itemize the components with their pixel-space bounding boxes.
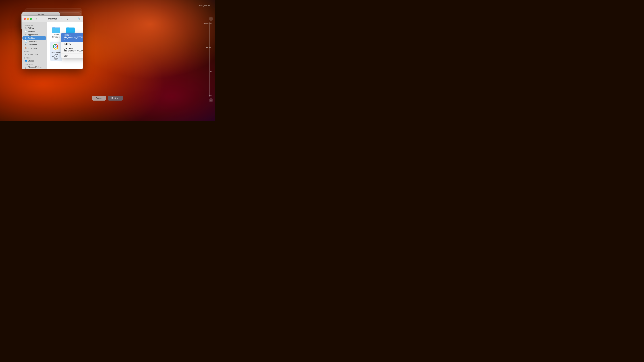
finder-content: photos November bbox=[47, 22, 83, 69]
airdrop-icon: ◎ bbox=[24, 27, 27, 29]
maximize-button[interactable] bbox=[30, 18, 32, 20]
sidebar-item-shared[interactable]: 👥 Shared bbox=[22, 59, 46, 62]
search-btn[interactable]: 🔍 bbox=[77, 17, 81, 21]
finder-window-main: ‹ › Desktop ⊞ ⊟ ↑ ◇ ⋯ 🔍 Favorites ◎ AirD… bbox=[22, 15, 83, 69]
file-label-photos-november: photos November bbox=[51, 34, 61, 38]
folder-icon-testdisk bbox=[66, 26, 75, 33]
shared-icon: 👥 bbox=[24, 60, 27, 62]
downloads-icon: ⬇ bbox=[24, 43, 27, 46]
webm-file-icon bbox=[52, 42, 60, 51]
alex-mac-icon: 🖥 bbox=[24, 67, 27, 69]
titlebar: ‹ › Desktop ⊞ ⊟ ↑ ◇ ⋯ 🔍 bbox=[22, 15, 83, 22]
more-btn[interactable]: ⋯ bbox=[71, 17, 76, 21]
timeline-label-jan: January 2023 bbox=[203, 22, 212, 24]
sidebar-item-desktop[interactable]: 🖥 Desktop bbox=[22, 36, 46, 40]
documents-icon: 📄 bbox=[24, 40, 27, 42]
context-menu-item-restore[interactable]: Restore "file_example_WEBM_1920_3_7MB.we… bbox=[61, 33, 83, 42]
sidebar-label-applications: Applications bbox=[28, 34, 38, 36]
share-btn[interactable]: ↑ bbox=[60, 17, 64, 21]
forward-button[interactable]: › bbox=[39, 17, 43, 21]
nav-controls: ‹ › bbox=[34, 17, 43, 21]
sidebar-label-airdrop: AirDrop bbox=[28, 27, 34, 29]
applications-icon: A bbox=[24, 33, 27, 36]
sidebar-item-icloud-drive[interactable]: ☁ iCloud Drive bbox=[22, 53, 46, 56]
context-menu-separator bbox=[61, 53, 83, 53]
sidebar-item-documents[interactable]: 📄 Documents bbox=[22, 40, 46, 43]
recents-icon: 🕐 bbox=[24, 30, 27, 32]
sidebar-label-shared: Shared bbox=[28, 60, 34, 62]
notification-area: Today, 7:07 AM bbox=[200, 5, 210, 7]
quick-look-label: Quick Look "file_example_WEBM_1920_3_7MB… bbox=[64, 47, 83, 52]
timeline-content: January 2023 February Today Now bbox=[203, 22, 213, 96]
sidebar: Favorites ◎ AirDrop 🕐 Recents A Applicat… bbox=[22, 22, 47, 69]
svg-point-10 bbox=[55, 46, 56, 47]
sidebar-label-desktop: Desktop bbox=[28, 37, 35, 39]
timeline-up-button[interactable]: ⌃ bbox=[209, 17, 213, 21]
sidebar-label-documents: Documents bbox=[28, 40, 38, 42]
ghost-title: Desktop bbox=[38, 13, 44, 15]
timeline-label-feb: February bbox=[206, 46, 212, 48]
close-button[interactable] bbox=[24, 18, 26, 20]
svg-rect-5 bbox=[66, 28, 75, 33]
sidebar-section-locations: Locations bbox=[22, 62, 47, 65]
sidebar-section-shared: Shared bbox=[22, 56, 47, 59]
timeline-line bbox=[210, 22, 210, 96]
minimize-button[interactable] bbox=[27, 18, 29, 20]
sidebar-item-alex-mac[interactable]: 🖥 Aleksandr's Mac mini bbox=[22, 65, 46, 69]
sidebar-label-admin-mac: admin-mac bbox=[28, 47, 37, 49]
sidebar-item-recents[interactable]: 🕐 Recents bbox=[22, 30, 46, 33]
tag-btn[interactable]: ◇ bbox=[65, 17, 70, 21]
notif-day-label: Today, 7:07 AM bbox=[200, 5, 210, 7]
context-menu-item-get-info[interactable]: Get Info bbox=[61, 42, 83, 46]
folder-icon-photos bbox=[52, 26, 60, 33]
back-button[interactable]: ‹ bbox=[34, 17, 38, 21]
sidebar-label-downloads: Downloads bbox=[28, 44, 37, 46]
file-item-webm[interactable]: file_example_WE BM_192...8webm bbox=[50, 41, 62, 61]
sidebar-label-recents: Recents bbox=[28, 30, 35, 32]
timeline-down-button[interactable]: ⌄ bbox=[209, 98, 213, 102]
sidebar-item-admin-mac[interactable]: 🏠 admin-mac bbox=[22, 46, 46, 50]
get-info-label: Get Info bbox=[64, 43, 71, 45]
svg-rect-2 bbox=[52, 28, 60, 33]
file-label-webm: file_example_WE BM_192...8webm bbox=[51, 51, 61, 60]
traffic-lights bbox=[24, 18, 32, 20]
copy-label: Copy bbox=[64, 55, 68, 57]
toolbar-right: ⊞ ⊟ ↑ ◇ ⋯ 🔍 bbox=[48, 17, 81, 21]
file-item-photos-november[interactable]: photos November bbox=[50, 25, 62, 39]
context-menu-item-quick-look[interactable]: Quick Look "file_example_WEBM_1920_3_7MB… bbox=[61, 46, 83, 53]
sidebar-item-downloads[interactable]: ⬇ Downloads bbox=[22, 43, 46, 46]
context-menu: Restore "file_example_WEBM_1920_3_7MB.we… bbox=[61, 33, 83, 58]
bottom-buttons: Cancel Restore bbox=[92, 96, 123, 100]
restore-button[interactable]: Restore bbox=[108, 96, 123, 100]
admin-mac-icon: 🏠 bbox=[24, 47, 27, 49]
context-menu-item-copy[interactable]: Copy bbox=[61, 54, 83, 58]
finder-body: Favorites ◎ AirDrop 🕐 Recents A Applicat… bbox=[22, 22, 83, 69]
sidebar-item-airdrop[interactable]: ◎ AirDrop bbox=[22, 26, 46, 30]
timeline: ⌃ January 2023 February Today Now ⌄ bbox=[203, 17, 213, 104]
sidebar-label-alex-mac: Aleksandr's Mac mini bbox=[28, 66, 44, 69]
desktop-icon: 🖥 bbox=[24, 37, 27, 39]
sidebar-item-applications[interactable]: A Applications bbox=[22, 33, 46, 36]
view-icon-btn[interactable]: ⊞ bbox=[48, 17, 53, 21]
view-gallery-btn[interactable]: ⊟ bbox=[54, 17, 58, 21]
sidebar-label-icloud: iCloud Drive bbox=[28, 53, 38, 55]
sidebar-section-favorites: Favorites bbox=[22, 23, 47, 26]
sidebar-section-icloud: iCloud bbox=[22, 50, 47, 53]
ghost-titlebar: Desktop bbox=[22, 12, 60, 16]
cancel-button[interactable]: Cancel bbox=[92, 96, 106, 100]
timeline-label-today: Today bbox=[208, 71, 212, 72]
timeline-label-now: Now bbox=[209, 95, 212, 96]
restore-label: Restore "file_example_WEBM_1920_3_7MB.we… bbox=[64, 34, 83, 41]
icloud-icon: ☁ bbox=[24, 53, 27, 56]
